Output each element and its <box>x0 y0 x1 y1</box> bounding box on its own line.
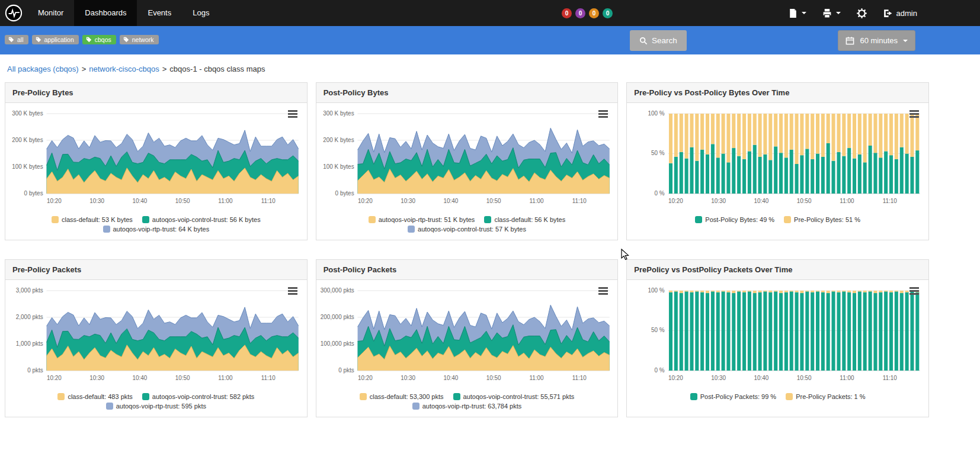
chart-menu-icon[interactable] <box>288 110 297 119</box>
badge-major[interactable]: 0 <box>575 8 585 18</box>
legend-item[interactable]: autoqos-voip-rtp-trust: 595 pkts <box>106 403 206 410</box>
legend-item[interactable]: class-default: 53,300 pkts <box>360 393 444 400</box>
nav-item-monitor[interactable]: Monitor <box>27 0 74 26</box>
svg-text:10:20: 10:20 <box>47 198 62 204</box>
tag-chip-network[interactable]: network <box>120 35 159 44</box>
svg-text:11:00: 11:00 <box>529 375 544 381</box>
legend-swatch <box>106 403 113 410</box>
svg-text:11:10: 11:10 <box>883 198 898 204</box>
svg-text:10:30: 10:30 <box>89 198 104 204</box>
print-dropdown[interactable] <box>822 8 841 18</box>
svg-text:100 K bytes: 100 K bytes <box>323 163 354 170</box>
chart-body: 0 %50 %100 %10:2010:3010:4010:5011:0011:… <box>627 103 928 230</box>
breadcrumb-link-package[interactable]: network-cisco-cbqos <box>89 65 159 73</box>
badge-minor[interactable]: 0 <box>589 8 599 18</box>
pdf-export-dropdown[interactable] <box>788 8 806 18</box>
svg-text:0 %: 0 % <box>655 190 665 197</box>
navbar-right-controls: admin <box>788 0 917 26</box>
svg-text:100 %: 100 % <box>648 110 665 117</box>
dashboard-grid: Pre-Policy Bytes 0 bytes100 K bytes200 K… <box>5 82 929 417</box>
filter-toolbar: all application cbqos network Search <box>0 26 980 54</box>
svg-text:10:40: 10:40 <box>443 375 458 381</box>
time-range-selector[interactable]: 60 minutes <box>838 30 915 51</box>
legend-swatch <box>103 226 110 233</box>
legend-item[interactable]: Post-Policy Packets: 99 % <box>690 393 776 400</box>
legend-label: autoqos-voip-control-trust: 55,571 pkts <box>463 393 575 400</box>
legend-item[interactable]: Pre-Policy Bytes: 51 % <box>784 216 860 223</box>
legend-item[interactable]: Post-Policy Bytes: 49 % <box>695 216 774 223</box>
legend-item[interactable]: class-default: 483 pkts <box>57 393 132 400</box>
legend-swatch <box>360 393 367 400</box>
legend-swatch <box>484 216 491 223</box>
badge-ok[interactable]: 0 <box>603 8 613 18</box>
breadcrumb-separator: > <box>82 65 87 73</box>
legend-item[interactable]: class-default: 53 K bytes <box>52 216 133 223</box>
svg-text:11:00: 11:00 <box>840 375 855 381</box>
svg-text:10:50: 10:50 <box>175 198 190 204</box>
legend-item[interactable]: autoqos-voip-rtp-trust: 64 K bytes <box>103 226 210 233</box>
chart-menu-icon[interactable] <box>909 287 919 296</box>
svg-text:11:10: 11:10 <box>883 375 898 381</box>
tag-label: all <box>17 36 24 43</box>
legend-swatch <box>57 393 65 400</box>
tag-chips: all application cbqos network <box>5 35 159 44</box>
svg-text:10:30: 10:30 <box>712 198 726 204</box>
svg-text:1,000 pkts: 1,000 pkts <box>16 340 43 347</box>
app-logo[interactable] <box>0 4 27 22</box>
legend-swatch <box>52 216 59 223</box>
alert-badges: 0 0 0 0 <box>562 0 613 26</box>
chart-menu-icon[interactable] <box>909 110 919 119</box>
chart-title: PrePolicy vs PostPolicy Packets Over Tim… <box>627 260 928 280</box>
chart-menu-icon[interactable] <box>598 110 608 119</box>
breadcrumb-link-packages[interactable]: All packages (cbqos) <box>7 65 79 73</box>
tag-chip-all[interactable]: all <box>5 35 28 44</box>
legend-swatch <box>369 216 376 223</box>
chart-legend: class-default: 483 pktsautoqos-voip-cont… <box>28 393 283 410</box>
legend-label: autoqos-voip-rtp-trust: 64 K bytes <box>113 226 210 233</box>
chart-canvas: 0 %50 %100 %10:2010:3010:4010:5011:0011:… <box>630 286 925 390</box>
search-button[interactable]: Search <box>630 30 687 51</box>
svg-text:10:30: 10:30 <box>712 375 726 381</box>
legend-item[interactable]: Pre-Policy Packets: 1 % <box>786 393 865 400</box>
panel-packets-over-time: PrePolicy vs PostPolicy Packets Over Tim… <box>626 259 929 417</box>
chart-menu-icon[interactable] <box>598 287 608 296</box>
chart-body: 0 pkts1,000 pkts2,000 pkts3,000 pkts10:2… <box>5 280 307 417</box>
chart-legend: class-default: 53,300 pktsautoqos-voip-c… <box>340 393 594 410</box>
logout-button[interactable]: admin <box>883 8 917 18</box>
nav-item-dashboards[interactable]: Dashboards <box>74 0 137 26</box>
svg-text:10:50: 10:50 <box>175 375 190 381</box>
legend-item[interactable]: autoqos-voip-rtp-trust: 51 K bytes <box>369 216 475 223</box>
tag-chip-cbqos[interactable]: cbqos <box>82 35 116 44</box>
tag-label: application <box>44 36 74 43</box>
legend-item[interactable]: class-default: 56 K bytes <box>484 216 565 223</box>
svg-text:10:20: 10:20 <box>47 375 62 381</box>
legend-label: Pre-Policy Packets: 1 % <box>796 393 865 400</box>
panel-pre-policy-packets: Pre-Policy Packets 0 pkts1,000 pkts2,000… <box>5 259 308 417</box>
legend-item[interactable]: autoqos-voip-control-trust: 55,571 pkts <box>453 393 575 400</box>
legend-label: class-default: 483 pkts <box>68 393 132 400</box>
legend-swatch <box>690 393 697 400</box>
breadcrumb-current: cbqos-1 - cbqos class maps <box>169 65 265 73</box>
legend-item[interactable]: autoqos-voip-control-trust: 582 pkts <box>142 393 254 400</box>
badge-critical[interactable]: 0 <box>562 8 572 18</box>
svg-text:11:00: 11:00 <box>840 198 855 204</box>
chevron-down-icon <box>903 40 908 42</box>
chart-menu-icon[interactable] <box>288 287 297 296</box>
tag-icon <box>123 37 129 43</box>
svg-text:100,000 pkts: 100,000 pkts <box>320 340 354 347</box>
legend-label: Post-Policy Bytes: 49 % <box>705 216 774 223</box>
chart-canvas: 0 pkts1,000 pkts2,000 pkts3,000 pkts10:2… <box>9 286 303 390</box>
nav-item-logs[interactable]: Logs <box>182 0 220 26</box>
legend-item[interactable]: autoqos-voip-control-trust: 56 K bytes <box>142 216 261 223</box>
tag-chip-application[interactable]: application <box>32 35 79 44</box>
chart-legend: autoqos-voip-rtp-trust: 51 K bytesclass-… <box>340 216 594 233</box>
legend-item[interactable]: autoqos-voip-rtp-trust: 63,784 pkts <box>412 403 522 410</box>
nav-item-events[interactable]: Events <box>137 0 182 26</box>
svg-text:10:40: 10:40 <box>132 198 147 204</box>
settings-button[interactable] <box>856 8 867 19</box>
legend-item[interactable]: autoqos-voip-control-trust: 57 K bytes <box>408 226 526 233</box>
tag-label: network <box>132 36 154 43</box>
chart-legend: Post-Policy Bytes: 49 %Pre-Policy Bytes:… <box>651 216 905 223</box>
svg-text:10:50: 10:50 <box>486 198 501 204</box>
chevron-down-icon <box>802 12 806 14</box>
